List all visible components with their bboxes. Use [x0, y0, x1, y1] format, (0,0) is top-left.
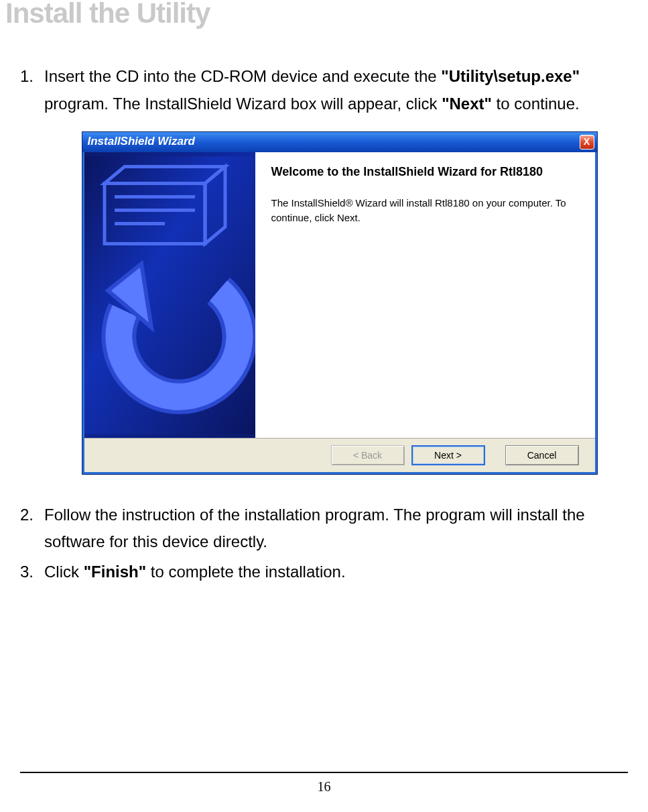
wizard-screenshot: InstallShield Wizard X [82, 131, 598, 475]
step-2-text: Follow the instruction of the installati… [44, 506, 585, 551]
step-list: Insert the CD into the CD-ROM device and… [20, 63, 635, 586]
step-1: Insert the CD into the CD-ROM device and… [20, 63, 635, 475]
titlebar-text: InstallShield Wizard [88, 132, 580, 152]
page-number: 16 [0, 779, 648, 795]
step-1-text-b: program. The InstallShield Wizard box wi… [44, 95, 442, 113]
step-3-text-b: to complete the installation. [146, 563, 346, 581]
step-3: Click "Finish" to complete the installat… [20, 559, 635, 586]
wizard-description: The InstallShield® Wizard will install R… [271, 196, 578, 225]
back-button: < Back [331, 445, 405, 465]
step-3-bold-a: "Finish" [84, 563, 146, 581]
step-3-text-a: Click [44, 563, 84, 581]
footer-rule [20, 772, 628, 773]
step-2: Follow the instruction of the installati… [20, 502, 635, 557]
step-1-bold-a: "Utility\setup.exe" [441, 67, 580, 85]
titlebar: InstallShield Wizard X [82, 132, 597, 152]
close-icon: X [584, 134, 590, 150]
close-button[interactable]: X [580, 135, 594, 150]
wizard-heading: Welcome to the InstallShield Wizard for … [271, 164, 578, 180]
step-1-text-c: to continue. [492, 95, 580, 113]
wizard-content: Welcome to the InstallShield Wizard for … [84, 152, 595, 439]
page-title: Install the Utility [0, 0, 648, 30]
installer-arrow-icon [84, 152, 255, 439]
next-button[interactable]: Next > [411, 445, 485, 465]
button-row: < Back Next > Cancel [84, 438, 595, 471]
wizard-window: InstallShield Wizard X [82, 131, 598, 475]
wizard-body: Welcome to the InstallShield Wizard for … [82, 152, 597, 474]
side-graphic [84, 152, 255, 439]
wizard-text-panel: Welcome to the InstallShield Wizard for … [255, 152, 595, 439]
step-1-bold-b: "Next" [442, 95, 492, 113]
cancel-button[interactable]: Cancel [505, 445, 579, 465]
step-1-text-a: Insert the CD into the CD-ROM device and… [44, 67, 441, 85]
